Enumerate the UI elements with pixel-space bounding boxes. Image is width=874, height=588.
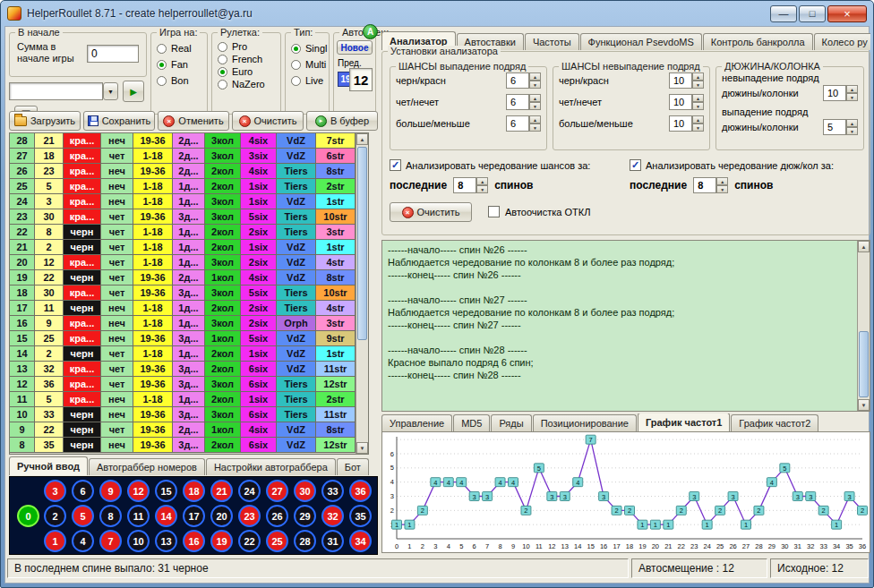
radio-game-Fan[interactable]: Fan — [151, 56, 207, 72]
alternation-dozens-checkbox[interactable]: ✓ — [630, 159, 641, 171]
spinner-up-icon[interactable]: ▲ — [529, 72, 541, 81]
board-number-36[interactable]: 36 — [349, 480, 372, 502]
scroll-up-icon[interactable]: ▲ — [356, 133, 368, 145]
radio-roulette-NaZero[interactable]: NaZero — [212, 78, 280, 90]
undo-button[interactable]: Отменить — [158, 111, 229, 131]
board-number-5[interactable]: 5 — [72, 505, 94, 527]
radio-game-Real[interactable]: Real — [151, 40, 207, 56]
table-row[interactable]: 1332кра...чет19-363д...2кол6sixVdZ11str — [10, 362, 356, 377]
board-number-35[interactable]: 35 — [349, 505, 372, 527]
table-row[interactable]: 1525кра...неч19-363д...1кол5sixVdZ9str — [10, 331, 356, 346]
clear-button[interactable]: Очистить — [232, 111, 304, 131]
board-number-21[interactable]: 21 — [210, 480, 233, 502]
board-number-11[interactable]: 11 — [127, 505, 150, 527]
table-row[interactable]: 835черннеч19-363д...2кол6sixVdZ12str — [10, 438, 356, 453]
spinner-up-icon[interactable]: ▲ — [716, 177, 728, 185]
scroll-down-icon[interactable]: ▼ — [858, 399, 870, 411]
close-button[interactable]: × — [827, 5, 867, 22]
spinner-down-icon[interactable]: ▼ — [692, 102, 704, 110]
board-number-7[interactable]: 7 — [99, 530, 122, 552]
board-number-8[interactable]: 8 — [99, 505, 122, 527]
table-row[interactable]: 243кра...неч1-181д...3кол1sixVdZ1str — [10, 194, 356, 209]
radio-roulette-French[interactable]: French — [212, 53, 280, 65]
table-row[interactable]: 1830кра...чет19-363д...3кол5sixTiers10st… — [10, 285, 356, 301]
spinner-up-icon[interactable]: ▲ — [529, 115, 541, 124]
radio-roulette-Pro[interactable]: Pro — [212, 40, 280, 53]
board-number-29[interactable]: 29 — [294, 505, 316, 527]
combobox-value[interactable] — [9, 82, 103, 100]
chevron-down-icon[interactable]: ▼ — [103, 82, 118, 100]
radio-game-Bon[interactable]: Bon — [151, 72, 207, 89]
board-number-9[interactable]: 9 — [99, 480, 122, 502]
board-number-18[interactable]: 18 — [183, 480, 205, 502]
board-number-10[interactable]: 10 — [127, 530, 150, 552]
copy-buffer-button[interactable]: В буфер — [306, 111, 378, 131]
radio-type-Multi[interactable]: Multi — [286, 56, 329, 72]
chart-tab-3[interactable]: Позиционирование — [533, 414, 637, 431]
table-row[interactable]: 228чернчет1-181д...2кол2sixTiers3str — [10, 225, 356, 240]
scroll-thumb[interactable] — [859, 331, 869, 397]
input-tab-3[interactable]: Бот — [337, 458, 369, 475]
board-number-32[interactable]: 32 — [321, 505, 344, 527]
minimize-button[interactable]: — — [770, 5, 797, 22]
play-button[interactable]: ▶ — [123, 81, 144, 102]
spinner-down-icon[interactable]: ▼ — [529, 81, 541, 89]
chart-tab-0[interactable]: Управление — [381, 414, 452, 431]
board-number-26[interactable]: 26 — [266, 505, 288, 527]
save-button[interactable]: Сохранить — [83, 111, 155, 131]
board-number-31[interactable]: 31 — [321, 530, 344, 552]
spinner-down-icon[interactable]: ▼ — [846, 127, 858, 135]
board-number-24[interactable]: 24 — [238, 480, 261, 502]
chart-tab-1[interactable]: MD5 — [453, 414, 490, 431]
input-tab-1[interactable]: Автограббер номеров — [89, 458, 205, 475]
input-tab-0[interactable]: Ручной ввод — [9, 456, 88, 475]
board-number-27[interactable]: 27 — [266, 480, 288, 502]
spinner-down-icon[interactable]: ▼ — [846, 93, 858, 101]
spinner-up-icon[interactable]: ▲ — [846, 119, 858, 127]
main-tab-5[interactable]: Колесо ру — [814, 33, 870, 50]
autoclean-toggle[interactable]: Автоочистка ОТКЛ — [488, 206, 590, 217]
spinner-up-icon[interactable]: ▲ — [692, 72, 704, 81]
table-row[interactable]: 115кра...неч1-181д...2кол1sixTiers2str — [10, 392, 356, 407]
table-row[interactable]: 2012кра...чет1-181д...3кол2sixVdZ4str — [10, 255, 356, 270]
scroll-up-icon[interactable]: ▲ — [858, 241, 870, 252]
board-number-30[interactable]: 30 — [294, 480, 316, 502]
scroll-thumb[interactable] — [357, 147, 367, 340]
board-number-0[interactable]: 0 — [17, 505, 39, 527]
board-number-6[interactable]: 6 — [72, 480, 94, 502]
board-number-15[interactable]: 15 — [155, 480, 177, 502]
spinner-up-icon[interactable]: ▲ — [692, 115, 704, 124]
chart-tab-4[interactable]: График частот1 — [638, 413, 730, 431]
spinner-down-icon[interactable]: ▼ — [716, 185, 728, 193]
preset-combobox[interactable]: ▼ — [9, 82, 118, 100]
spinner-down-icon[interactable]: ▼ — [692, 124, 704, 132]
spinner-down-icon[interactable]: ▼ — [529, 102, 541, 110]
start-sum-input[interactable]: 0 — [87, 45, 139, 63]
board-number-22[interactable]: 22 — [238, 530, 261, 552]
autoshift-a-badge[interactable]: A — [363, 24, 378, 39]
board-number-33[interactable]: 33 — [321, 480, 344, 502]
table-row[interactable]: 2330кра...чет19-363д...3кол5sixTiers10st… — [10, 209, 356, 225]
spinner-up-icon[interactable]: ▲ — [529, 94, 541, 102]
board-number-34[interactable]: 34 — [349, 530, 372, 552]
table-row[interactable]: 142чернчет1-181д...2кол1sixVdZ1str — [10, 346, 356, 362]
spinner-down-icon[interactable]: ▼ — [692, 81, 704, 89]
spinner-up-icon[interactable]: ▲ — [476, 177, 488, 185]
spinner-down-icon[interactable]: ▼ — [529, 124, 541, 132]
table-row[interactable]: 2623кра...неч19-362д...2кол4sixTiers8str — [10, 164, 356, 179]
table-row[interactable]: 255кра...неч1-181д...2кол1sixTiers2str — [10, 179, 356, 194]
spinner-up-icon[interactable]: ▲ — [846, 85, 858, 93]
spinner-up-icon[interactable]: ▲ — [692, 94, 704, 102]
scroll-track[interactable] — [356, 145, 368, 442]
board-number-13[interactable]: 13 — [155, 530, 177, 552]
scroll-down-icon[interactable]: ▼ — [356, 442, 368, 454]
table-row[interactable]: 922чернчет19-362д...1кол4sixVdZ8str — [10, 422, 356, 438]
board-number-14[interactable]: 14 — [155, 505, 177, 527]
board-number-1[interactable]: 1 — [44, 530, 66, 552]
board-number-19[interactable]: 19 — [210, 530, 233, 552]
board-number-20[interactable]: 20 — [210, 505, 233, 527]
table-row[interactable]: 1711черннеч1-181д...2кол2sixTiers4str — [10, 301, 356, 316]
board-number-16[interactable]: 16 — [183, 530, 205, 552]
autoclean-checkbox[interactable] — [488, 206, 500, 217]
board-number-25[interactable]: 25 — [266, 530, 288, 552]
